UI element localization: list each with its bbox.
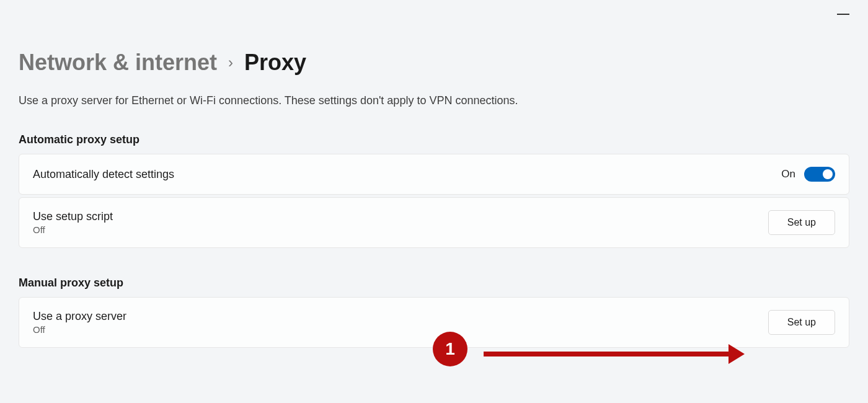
manual-section-header: Manual proxy setup bbox=[19, 277, 849, 290]
toggle-knob-icon bbox=[823, 169, 833, 179]
proxy-server-setup-button[interactable]: Set up bbox=[768, 310, 835, 335]
page-description: Use a proxy server for Ethernet or Wi-Fi… bbox=[19, 94, 849, 107]
annotation-arrow bbox=[484, 344, 745, 364]
proxy-server-label-group: Use a proxy server Off bbox=[33, 310, 126, 335]
page-title: Proxy bbox=[244, 50, 306, 76]
minimize-icon[interactable] bbox=[837, 14, 849, 15]
window-controls bbox=[837, 6, 849, 17]
setup-script-title: Use setup script bbox=[33, 210, 113, 223]
automatic-section-header: Automatic proxy setup bbox=[19, 133, 849, 146]
annotation-step-badge: 1 bbox=[433, 332, 467, 366]
auto-detect-card[interactable]: Automatically detect settings On bbox=[19, 154, 849, 195]
arrow-head-icon bbox=[728, 344, 745, 364]
proxy-server-card[interactable]: Use a proxy server Off Set up bbox=[19, 297, 849, 348]
chevron-right-icon: › bbox=[228, 54, 233, 71]
auto-detect-title: Automatically detect settings bbox=[33, 168, 174, 181]
setup-script-status: Off bbox=[33, 224, 113, 235]
setup-script-card[interactable]: Use setup script Off Set up bbox=[19, 197, 849, 248]
auto-detect-toggle-wrapper: On bbox=[781, 167, 835, 182]
proxy-server-status: Off bbox=[33, 324, 126, 335]
arrow-line-icon bbox=[484, 352, 728, 356]
proxy-server-title: Use a proxy server bbox=[33, 310, 126, 323]
main-content: Network & internet › Proxy Use a proxy s… bbox=[0, 0, 868, 348]
setup-script-button[interactable]: Set up bbox=[768, 210, 835, 235]
breadcrumb-parent-link[interactable]: Network & internet bbox=[19, 50, 217, 76]
auto-detect-toggle-label: On bbox=[781, 168, 795, 180]
setup-script-label-group: Use setup script Off bbox=[33, 210, 113, 235]
auto-detect-toggle[interactable] bbox=[804, 167, 835, 182]
auto-detect-label-group: Automatically detect settings bbox=[33, 168, 174, 181]
breadcrumb: Network & internet › Proxy bbox=[19, 50, 849, 76]
